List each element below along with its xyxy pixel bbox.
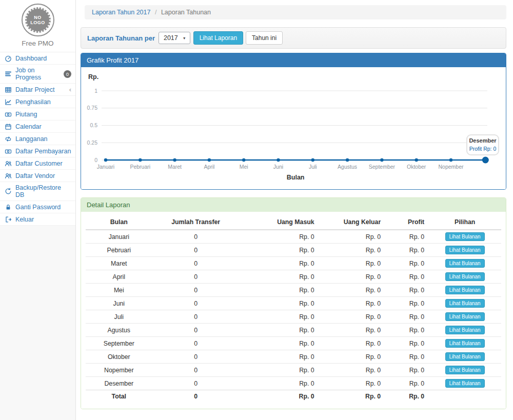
chart-point[interactable] [346, 158, 349, 162]
chart-ylabel: Rp. [88, 73, 98, 81]
breadcrumb-current: Laporan Tahunan [161, 9, 211, 16]
lihat-bulanan-button[interactable]: Lihat Bulanan [445, 339, 485, 348]
tahun-ini-button[interactable]: Tahun ini [246, 31, 283, 45]
chart-point[interactable] [311, 158, 314, 162]
chart-ytick-label: 0.75 [87, 105, 98, 111]
chart-point[interactable] [242, 158, 245, 162]
chart-point[interactable] [415, 158, 418, 162]
lihat-bulanan-button[interactable]: Lihat Bulanan [445, 259, 485, 268]
cell-pilihan: Lihat Bulanan [428, 297, 501, 310]
chart-point[interactable] [449, 158, 452, 162]
lihat-laporan-button[interactable]: Lihat Laporan [193, 31, 243, 45]
chart-point[interactable] [482, 157, 489, 164]
lihat-bulanan-button[interactable]: Lihat Bulanan [445, 366, 485, 374]
lihat-bulanan-button[interactable]: Lihat Bulanan [445, 312, 485, 321]
sidebar: NO LOGO Free PMO Dashboard Job on Progre… [0, 0, 76, 420]
cell-bulan: Desember [86, 377, 152, 390]
chart-point[interactable] [173, 158, 176, 162]
sidebar-item-dashboard[interactable]: Dashboard [0, 52, 75, 65]
table-row: April0Rp. 0Rp. 0Rp. 0Lihat Bulanan [86, 270, 501, 284]
no-logo-badge: NO LOGO [22, 4, 54, 36]
lihat-bulanan-button[interactable]: Lihat Bulanan [445, 299, 485, 308]
sidebar-item-backup-restore-db[interactable]: Backup/Restore DB [0, 182, 75, 201]
sidebar-item-keluar[interactable]: Keluar [0, 213, 75, 226]
lihat-bulanan-button[interactable]: Lihat Bulanan [445, 326, 485, 334]
profit-line-chart: Rp.00.250.50.751JanuariPebruariMaretApri… [81, 67, 506, 189]
lihat-bulanan-button[interactable]: Lihat Bulanan [445, 379, 485, 388]
cell-pilihan: Lihat Bulanan [428, 350, 501, 364]
chart-xtick-label: Pebruari [130, 164, 150, 170]
sidebar-item-daftar-pembayaran[interactable]: Daftar Pembayaran [0, 145, 75, 157]
cell-uang-keluar: Rp. 0 [319, 377, 385, 390]
chart-point[interactable] [139, 158, 142, 162]
chart-point[interactable] [208, 158, 211, 162]
cell-profit: Rp. 0 [385, 310, 428, 324]
table-row: Maret0Rp. 0Rp. 0Rp. 0Lihat Bulanan [86, 257, 501, 270]
cell-bulan: April [86, 270, 152, 284]
cell-uang-masuk: Rp. 0 [240, 337, 319, 350]
sidebar-menu: Dashboard Job on Progress 0 Daftar Proje… [0, 52, 75, 226]
sidebar-item-langganan[interactable]: Langganan [0, 133, 75, 145]
column-header-bulan: Bulan [86, 215, 152, 230]
calendar-icon [4, 123, 12, 130]
chart-point[interactable] [104, 158, 107, 162]
cell-jumlah-transfer: 0 [152, 377, 240, 390]
cell-profit: Rp. 0 [385, 244, 428, 257]
cell-jumlah-transfer: 0 [152, 257, 240, 270]
sidebar-item-daftar-customer[interactable]: Daftar Customer [0, 157, 75, 170]
sign-out-icon [4, 216, 12, 223]
sidebar-item-label: Daftar Project [15, 86, 54, 93]
cell-uang-keluar: Rp. 0 [319, 297, 385, 310]
year-select-value: 2017 [164, 34, 178, 42]
chart-point[interactable] [277, 158, 280, 162]
dashboard-icon [4, 55, 12, 62]
cell-jumlah-transfer: 0 [152, 270, 240, 284]
cell-pilihan: Lihat Bulanan [428, 337, 501, 350]
lihat-bulanan-button[interactable]: Lihat Bulanan [445, 232, 485, 241]
retweet-icon [4, 135, 12, 143]
brand: NO LOGO Free PMO [0, 0, 75, 52]
cell-uang-keluar: Rp. 0 [319, 257, 385, 270]
sidebar-item-label: Penghasilan [15, 98, 51, 106]
cell-uang-keluar: Rp. 0 [319, 230, 385, 244]
sidebar-item-daftar-project[interactable]: Daftar Project ‹ [0, 84, 75, 96]
cell-jumlah-transfer: 0 [152, 284, 240, 297]
detail-panel-body: Bulan Jumlah Transfer Uang Masuk Uang Ke… [81, 212, 506, 409]
cell-total-uang-keluar: Rp. 0 [319, 390, 385, 403]
sidebar-item-penghasilan[interactable]: Penghasilan [0, 96, 75, 108]
lihat-bulanan-button[interactable]: Lihat Bulanan [445, 352, 485, 361]
cell-pilihan: Lihat Bulanan [428, 324, 501, 337]
year-select[interactable]: 2017 ▼ [159, 32, 190, 44]
lihat-bulanan-button[interactable]: Lihat Bulanan [445, 286, 485, 294]
lock-icon [4, 204, 12, 211]
cell-uang-keluar: Rp. 0 [319, 284, 385, 297]
table-row: Oktober0Rp. 0Rp. 0Rp. 0Lihat Bulanan [86, 350, 501, 364]
sidebar-item-job-on-progress[interactable]: Job on Progress 0 [0, 65, 75, 84]
sidebar-item-calendar[interactable]: Calendar [0, 121, 75, 133]
lihat-bulanan-button[interactable]: Lihat Bulanan [445, 272, 485, 281]
table-row: Januari0Rp. 0Rp. 0Rp. 0Lihat Bulanan [86, 230, 501, 244]
cell-pilihan: Lihat Bulanan [428, 377, 501, 390]
chart-panel-title: Grafik Profit 2017 [81, 53, 506, 67]
cell-bulan: Mei [86, 284, 152, 297]
cell-pilihan: Lihat Bulanan [428, 284, 501, 297]
refresh-icon [4, 188, 12, 195]
breadcrumb-link-laporan-tahun[interactable]: Laporan Tahun 2017 [92, 9, 150, 16]
chart-tooltip-title: Desember [469, 137, 497, 144]
sidebar-item-ganti-password[interactable]: Ganti Password [0, 201, 75, 213]
cell-jumlah-transfer: 0 [152, 364, 240, 377]
cell-total-label: Total [86, 390, 152, 403]
sidebar-item-label: Keluar [15, 216, 34, 223]
chart-point[interactable] [380, 158, 383, 162]
cell-pilihan: Lihat Bulanan [428, 270, 501, 284]
filter-panel: Laporan Tahunan per 2017 ▼ Lihat Laporan… [81, 27, 506, 49]
sidebar-item-label: Calendar [15, 123, 42, 130]
chart-xtick-label: September [369, 164, 396, 170]
cell-bulan: Juli [86, 310, 152, 324]
cell-total-uang-masuk: Rp. 0 [240, 390, 319, 403]
lihat-bulanan-button[interactable]: Lihat Bulanan [445, 246, 485, 254]
sidebar-item-daftar-vendor[interactable]: Daftar Vendor [0, 170, 75, 182]
cell-uang-masuk: Rp. 0 [240, 257, 319, 270]
sidebar-item-piutang[interactable]: Piutang [0, 108, 75, 121]
cell-total-jumlah-transfer: 0 [152, 390, 240, 403]
